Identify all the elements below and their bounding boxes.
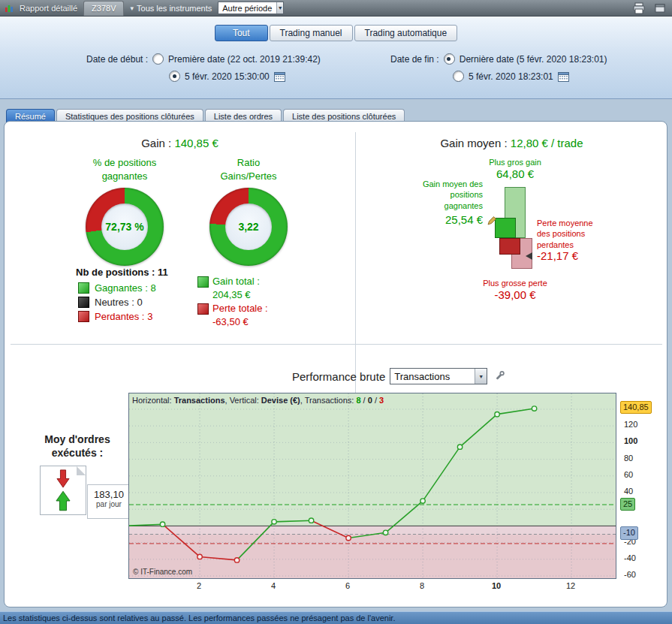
instruments-label: Tous les instruments [137, 4, 212, 13]
collapse-button[interactable] [652, 2, 667, 15]
pen-icon[interactable] [487, 216, 497, 229]
y-axis-label: 80 [624, 454, 633, 463]
positive-zone [129, 393, 616, 526]
green-square-icon [78, 282, 89, 294]
y-axis-label: 100 [624, 436, 637, 445]
performance-select-value: Transactions [394, 371, 475, 382]
status-text: Les statistiques ci-dessus sont relative… [3, 613, 395, 622]
calendar-icon [558, 71, 569, 82]
start-first-radio[interactable] [152, 53, 164, 65]
printer-icon [632, 2, 646, 14]
performance-title: Performance brute [292, 370, 385, 383]
max-loss-label: Plus grosse perte [440, 278, 590, 288]
performance-select[interactable]: Transactions ▼ [390, 368, 487, 384]
chart-header-segment: / [372, 396, 379, 405]
tab-z378v[interactable]: Z378V [83, 1, 124, 16]
trading-report-window: Rapport détaillé Z378V ▾ Tous les instru… [0, 0, 672, 624]
avg-loss-value: -21,17 € [537, 249, 657, 262]
start-calendar-button[interactable] [274, 71, 285, 82]
toolbar-title: Rapport détaillé [20, 4, 77, 13]
mode-button-manual[interactable]: Trading manuel [270, 25, 353, 41]
mode-button-all[interactable]: Tout [215, 25, 268, 41]
period-select[interactable]: Autre période ▼ [218, 2, 284, 14]
winrate-value: 72,73 % [101, 203, 148, 250]
report-chart-icon [5, 4, 14, 13]
select-arrow-icon: ▼ [475, 369, 487, 384]
start-custom-radio[interactable] [169, 71, 180, 82]
legend-winners: Gagnantes : 8 [78, 282, 156, 294]
avg-gain-label: Gain moyen des positions gagnantes [366, 179, 483, 211]
ratio-donut: 3,22 [209, 188, 288, 266]
legend-losers: Perdantes : 3 [78, 311, 152, 322]
gain-heading: Gain : 140,85 € [5, 137, 355, 149]
y-axis-label: 40 [624, 487, 633, 496]
chart-header-segment: Devise (€) [261, 396, 300, 405]
end-custom-label: 5 févr. 2020 18:23:01 [469, 71, 553, 82]
chart-header-segment: Transactions [174, 396, 225, 405]
y-axis-marker-green: 25 [620, 498, 635, 511]
y-axis-marker-blue: -10 [620, 526, 638, 539]
down-arrow-icon [56, 469, 70, 488]
data-point [532, 406, 536, 411]
end-last-label: Dernière date (5 févr. 2020 18:23:01) [460, 54, 607, 65]
avg-orders-label: Moy d'ordres exécutés : [21, 433, 134, 460]
data-point [160, 522, 164, 526]
y-axis-label: -40 [624, 553, 636, 562]
start-first-label: Première date (22 oct. 2019 21:39:42) [168, 54, 321, 65]
chart-header-segment: Vertical: [230, 396, 261, 405]
end-calendar-button[interactable] [558, 71, 569, 82]
print-button[interactable] [631, 2, 646, 15]
chart-header-segment: Horizontal: [132, 396, 174, 405]
data-point [457, 445, 462, 449]
data-point [346, 535, 351, 540]
total-gain-label: Gain total : [212, 276, 260, 287]
select-arrow-icon: ▼ [276, 2, 283, 14]
avg-orders-value-card: 183,10 par jour [87, 484, 131, 519]
y-axis-label: 120 [624, 420, 637, 429]
chart-settings-button[interactable] [492, 369, 507, 384]
chart-copyright: © IT-Finance.com [133, 568, 192, 576]
max-loss-value: -39,00 € [440, 288, 590, 301]
start-date-custom-row: 5 févr. 2020 15:30:00 [169, 71, 285, 82]
avg-orders-value: 183,10 [88, 489, 130, 500]
chart-header-segment: 3 [379, 396, 384, 405]
red-square-icon [197, 303, 209, 315]
toolbar: Rapport détaillé Z378V ▾ Tous les instru… [0, 0, 672, 17]
chart-header: Horizontal: Transactions, Vertical: Devi… [132, 396, 384, 405]
avg-loss-bar [499, 238, 520, 255]
total-loss-label: Perte totale : [212, 303, 268, 314]
winrate-title: % de positions gagnantes [50, 156, 200, 182]
avg-gain-bar [495, 218, 516, 238]
instruments-dropdown[interactable]: ▾ Tous les instruments [130, 4, 212, 13]
legend-neutral: Neutres : 0 [78, 297, 143, 308]
collapse-icon [655, 3, 665, 14]
end-date-custom-row: 5 févr. 2020 18:23:01 [453, 71, 569, 82]
data-point [495, 411, 499, 416]
chart-header-segment: / [361, 396, 368, 405]
start-date-label: Date de début : [86, 54, 148, 65]
red-square-icon [78, 311, 89, 322]
data-point [234, 558, 239, 562]
end-date-label: Date de fin : [390, 54, 439, 65]
ratio-value: 3,22 [225, 203, 272, 250]
page-fold [77, 466, 86, 475]
ratio-title: Ratio Gains/Pertes [181, 156, 316, 182]
extremes-visual: Plus gros gain 64,80 € Gain moyen des po… [355, 122, 668, 344]
end-last-radio[interactable] [444, 53, 455, 65]
end-date-last-row: Date de fin : Dernière date (5 févr. 202… [390, 53, 607, 65]
arrow-left-icon [526, 252, 532, 260]
performance-chart[interactable]: Horizontal: Transactions, Vertical: Devi… [128, 393, 616, 579]
data-point [272, 520, 276, 524]
positions-count: Nb de positions : 11 [76, 267, 168, 278]
data-point [197, 554, 202, 559]
end-custom-radio[interactable] [453, 71, 464, 82]
orders-icon-card [40, 466, 86, 515]
x-axis-label: 4 [262, 581, 285, 590]
avg-gain-value: 25,54 € [366, 213, 483, 226]
green-square-icon [197, 276, 209, 288]
start-date-first-row: Date de début : Première date (22 oct. 2… [86, 53, 321, 65]
mode-button-auto[interactable]: Trading automatique [354, 25, 458, 41]
neutral-band [129, 526, 616, 534]
total-loss-value: -63,50 € [212, 316, 249, 327]
avg-loss-label: Perte moyenne des positions perdantes [537, 218, 657, 250]
